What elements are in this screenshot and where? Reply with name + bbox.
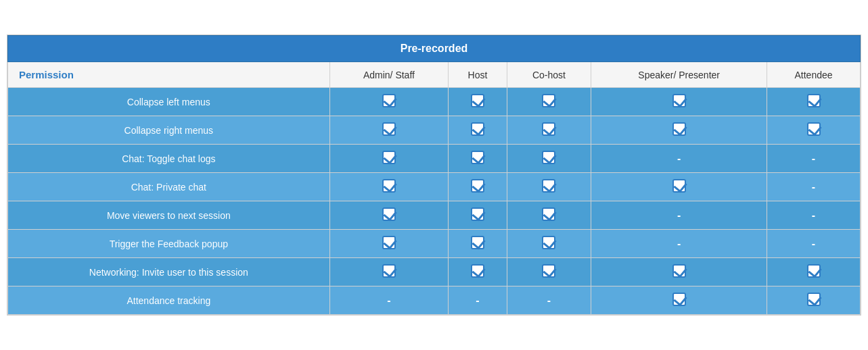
table-row: Collapse left menus — [8, 88, 861, 116]
permission-col-header: Permission — [8, 62, 330, 88]
table-row: Networking: Invite user to this session — [8, 258, 861, 286]
check-icon — [807, 293, 821, 306]
check-icon — [542, 179, 555, 193]
dash-indicator: - — [677, 238, 681, 249]
check-icon — [382, 179, 396, 193]
host-cell — [449, 88, 507, 116]
admin-cell — [329, 116, 449, 145]
check-icon — [542, 151, 555, 164]
permission-cell: Collapse left menus — [8, 88, 330, 116]
attendee-cell: - — [767, 230, 861, 258]
admin-cell — [329, 88, 449, 116]
cohost-cell — [507, 173, 591, 201]
permission-cell: Chat: Toggle chat logs — [8, 145, 330, 173]
permission-cell: Collapse right menus — [8, 116, 330, 145]
speaker-cell — [591, 116, 767, 145]
main-header: Pre-recorded — [8, 36, 861, 62]
admin-cell — [329, 173, 449, 201]
permission-cell: Trigger the Feedback popup — [8, 230, 330, 258]
admin-cell — [329, 258, 449, 286]
attendee-cell: - — [767, 173, 861, 201]
table-row: Trigger the Feedback popup-- — [8, 230, 861, 258]
dash-indicator: - — [812, 181, 815, 193]
check-icon — [471, 151, 484, 164]
check-icon — [672, 179, 686, 193]
host-cell — [449, 116, 507, 145]
speaker-cell — [591, 88, 767, 116]
dash-indicator: - — [812, 209, 815, 221]
check-icon — [382, 122, 396, 136]
cohost-col-header: Co-host — [507, 62, 591, 88]
check-icon — [471, 207, 484, 221]
check-icon — [542, 236, 555, 249]
attendee-cell — [767, 286, 861, 315]
speaker-cell — [591, 286, 767, 315]
dash-indicator: - — [812, 153, 815, 164]
speaker-cell — [591, 173, 767, 201]
cohost-cell — [507, 230, 591, 258]
check-icon — [542, 207, 555, 221]
admin-cell — [329, 145, 449, 173]
dash-indicator: - — [677, 209, 681, 221]
table-row: Chat: Private chat- — [8, 173, 861, 201]
dash-indicator: - — [387, 295, 390, 306]
check-icon — [672, 94, 686, 107]
attendee-cell — [767, 116, 861, 145]
dash-indicator: - — [547, 295, 551, 306]
check-icon — [382, 207, 396, 221]
check-icon — [382, 264, 396, 278]
speaker-col-header: Speaker/ Presenter — [591, 62, 767, 88]
attendee-cell: - — [767, 201, 861, 230]
cohost-cell — [507, 258, 591, 286]
main-header-row: Pre-recorded — [8, 36, 861, 62]
host-cell — [449, 258, 507, 286]
table-row: Attendance tracking--- — [8, 286, 861, 315]
admin-cell: - — [329, 286, 449, 315]
check-icon — [471, 122, 484, 136]
table-row: Chat: Toggle chat logs-- — [8, 145, 861, 173]
speaker-cell: - — [591, 145, 767, 173]
check-icon — [382, 151, 396, 164]
cohost-cell — [507, 88, 591, 116]
attendee-cell — [767, 88, 861, 116]
column-header-row: Permission Admin/ Staff Host Co-host Spe… — [8, 62, 861, 88]
check-icon — [807, 122, 821, 136]
check-icon — [672, 293, 686, 306]
table-row: Collapse right menus — [8, 116, 861, 145]
check-icon — [382, 236, 396, 249]
check-icon — [471, 179, 484, 193]
host-cell — [449, 201, 507, 230]
host-cell — [449, 145, 507, 173]
check-icon — [542, 264, 555, 278]
permission-cell: Move viewers to next session — [8, 201, 330, 230]
check-icon — [471, 236, 484, 249]
check-icon — [382, 94, 396, 107]
dash-indicator: - — [476, 295, 479, 306]
admin-cell — [329, 201, 449, 230]
cohost-cell — [507, 145, 591, 173]
admin-col-header: Admin/ Staff — [329, 62, 449, 88]
speaker-cell — [591, 258, 767, 286]
check-icon — [542, 94, 555, 107]
check-icon — [471, 94, 484, 107]
host-cell: - — [449, 286, 507, 315]
permission-cell: Networking: Invite user to this session — [8, 258, 330, 286]
check-icon — [471, 264, 484, 278]
dash-indicator: - — [677, 153, 681, 164]
cohost-cell: - — [507, 286, 591, 315]
host-cell — [449, 230, 507, 258]
cohost-cell — [507, 116, 591, 145]
attendee-cell: - — [767, 145, 861, 173]
cohost-cell — [507, 201, 591, 230]
attendee-col-header: Attendee — [767, 62, 861, 88]
host-cell — [449, 173, 507, 201]
dash-indicator: - — [812, 238, 815, 249]
speaker-cell: - — [591, 201, 767, 230]
table-row: Move viewers to next session-- — [8, 201, 861, 230]
permissions-table: Pre-recorded Permission Admin/ Staff Hos… — [7, 34, 861, 316]
check-icon — [807, 264, 821, 278]
speaker-cell: - — [591, 230, 767, 258]
admin-cell — [329, 230, 449, 258]
permission-cell: Chat: Private chat — [8, 173, 330, 201]
host-col-header: Host — [449, 62, 507, 88]
